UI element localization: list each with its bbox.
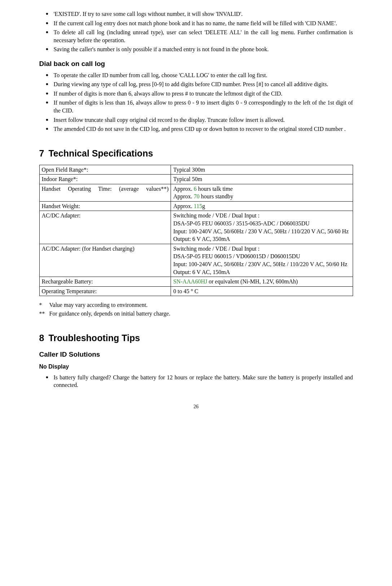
highlighted-value: 115	[194, 203, 202, 209]
list-item: 'EXISTED'. If try to save some call logs…	[46, 10, 353, 18]
footnotes: *Value may vary according to environment…	[39, 301, 353, 317]
list-item: Saving the caller's number is only possi…	[46, 45, 353, 53]
spec-label: AC/DC Adapter:	[39, 211, 171, 244]
spec-value: Approx. 115g	[171, 201, 353, 211]
table-row: Operating Temperature:0 to 45 ° C	[39, 286, 353, 296]
section-number: 7	[39, 147, 44, 160]
spec-label: Handset Operating Time: (average values*…	[39, 184, 171, 201]
footnote-text: Value may vary according to environment.	[49, 302, 148, 308]
table-row: AC/DC Adapter: (for Handset charging)Swi…	[39, 244, 353, 277]
spec-value: Switching mode / VDE / Dual Input : DSA-…	[171, 211, 353, 244]
list-item: If number of digits is more than 6, alwa…	[46, 90, 353, 98]
section-number: 8	[39, 332, 44, 344]
footnote: **For guidance only, depends on initial …	[39, 310, 353, 318]
page-number: 26	[39, 404, 353, 410]
list-item: Insert follow truncate shall copy origin…	[46, 116, 353, 124]
table-row: Handset Weight:Approx. 115g	[39, 201, 353, 211]
footnote-mark: *	[39, 301, 49, 309]
spec-value: Typical 300m	[171, 165, 353, 175]
footnote-mark: **	[39, 310, 49, 318]
spec-label: AC/DC Adapter: (for Handset charging)	[39, 244, 171, 277]
highlighted-value: 70	[194, 193, 199, 199]
spec-value: Approx. 6 hours talk timeApprox. 70 hour…	[171, 184, 353, 201]
table-row: Handset Operating Time: (average values*…	[39, 184, 353, 201]
table-row: Indoor Range*:Typical 50m	[39, 175, 353, 184]
list-item: The amended CID do not save in the CID l…	[46, 125, 353, 133]
dial-back-heading: Dial back on call log	[39, 59, 353, 69]
spec-value: Switching mode / VDE / Dual Input : DSA-…	[171, 244, 353, 277]
spec-label: Handset Weight:	[39, 201, 171, 211]
list-item: During viewing any type of call log, pre…	[46, 80, 353, 88]
section-title: Troubleshooting Tips	[48, 333, 140, 343]
spec-value: 0 to 45 ° C	[171, 286, 353, 296]
table-row: Open Field Range*:Typical 300m	[39, 165, 353, 175]
table-row: AC/DC Adapter:Switching mode / VDE / Dua…	[39, 211, 353, 244]
list-item: To delete all call log (including unread…	[46, 28, 353, 44]
no-display-heading: No Display	[39, 363, 353, 371]
top-bullet-list: 'EXISTED'. If try to save some call logs…	[39, 10, 353, 53]
spec-value: SN-AAA60HJ or equivalent (Ni-MH, 1.2V, 6…	[171, 277, 353, 287]
spec-label: Open Field Range*:	[39, 165, 171, 175]
highlighted-value: SN-AAA60HJ	[173, 278, 207, 285]
dial-back-bullet-list: To operate the caller ID number from cal…	[39, 71, 353, 133]
list-item: If number of digits is less than 16, alw…	[46, 99, 353, 114]
spec-label: Operating Temperature:	[39, 286, 171, 296]
no-display-bullet-list: Is battery fully charged? Charge the bat…	[39, 374, 353, 389]
section-title: Technical Specifications	[48, 148, 153, 158]
section-8-heading: 8Troubleshooting Tips	[39, 332, 353, 344]
list-item: If the current call log entry does not m…	[46, 19, 353, 27]
spec-label: Indoor Range*:	[39, 175, 171, 184]
footnote: *Value may vary according to environment…	[39, 301, 353, 309]
spec-label: Rechargeable Battery:	[39, 277, 171, 287]
list-item: To operate the caller ID number from cal…	[46, 71, 353, 79]
list-item: Is battery fully charged? Charge the bat…	[46, 374, 353, 389]
table-row: Rechargeable Battery:SN-AAA60HJ or equiv…	[39, 277, 353, 287]
caller-id-solutions-heading: Caller ID Solutions	[39, 350, 353, 359]
spec-value: Typical 50m	[171, 175, 353, 184]
section-7-heading: 7Technical Specifications	[39, 147, 353, 160]
specifications-table: Open Field Range*:Typical 300mIndoor Ran…	[39, 165, 353, 296]
footnote-text: For guidance only, depends on initial ba…	[49, 310, 171, 317]
